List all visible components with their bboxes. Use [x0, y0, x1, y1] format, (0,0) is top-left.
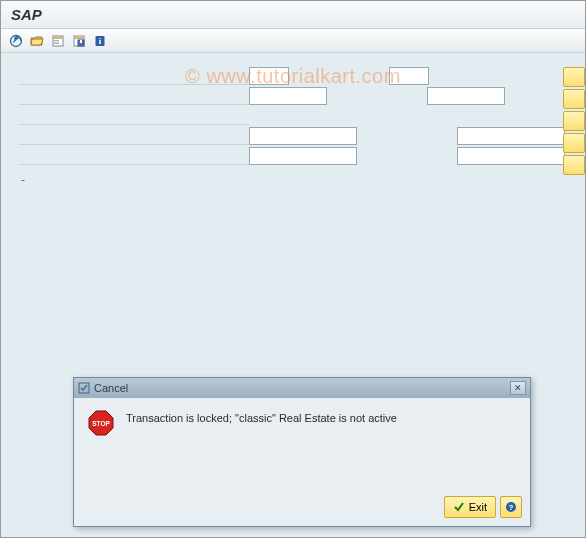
stop-icon: STOP: [88, 410, 114, 436]
svg-rect-8: [80, 40, 82, 43]
form-label: [19, 68, 249, 85]
form-label: [19, 108, 249, 125]
dialog-title-icon: [78, 382, 90, 394]
field-input[interactable]: [249, 87, 327, 105]
save-variant-icon[interactable]: [70, 32, 88, 50]
form-label: [19, 128, 249, 145]
app-title: SAP: [11, 6, 42, 23]
svg-rect-2: [54, 37, 62, 39]
folder-open-icon[interactable]: [28, 32, 46, 50]
field-input[interactable]: [249, 147, 357, 165]
multiple-selection-buttons: [563, 67, 585, 175]
form-label: [19, 88, 249, 105]
help-button[interactable]: ?: [500, 496, 522, 518]
form-row: [19, 67, 567, 85]
exit-button[interactable]: Exit: [444, 496, 496, 518]
selection-screen: -: [19, 67, 567, 187]
cancel-dialog: Cancel ✕ STOP Transaction is locked; "cl…: [73, 377, 531, 527]
check-icon: [453, 501, 465, 513]
svg-text:STOP: STOP: [92, 420, 110, 427]
form-row: [19, 147, 567, 165]
form-row: [19, 87, 567, 105]
form-row: [19, 107, 567, 125]
dialog-button-bar: Exit ?: [444, 496, 522, 518]
svg-text:?: ?: [509, 503, 514, 512]
multiple-selection-button[interactable]: [563, 155, 585, 175]
close-icon[interactable]: ✕: [510, 381, 526, 395]
field-input-to[interactable]: [457, 147, 565, 165]
collapse-indicator[interactable]: -: [19, 173, 567, 187]
multiple-selection-button[interactable]: [563, 67, 585, 87]
svg-rect-6: [75, 37, 83, 39]
field-input-to[interactable]: [389, 67, 429, 85]
multiple-selection-button[interactable]: [563, 111, 585, 131]
help-icon: ?: [505, 501, 517, 513]
field-input-to[interactable]: [427, 87, 505, 105]
form-row: [19, 127, 567, 145]
field-input[interactable]: [249, 127, 357, 145]
info-icon[interactable]: i: [91, 32, 109, 50]
multiple-selection-button[interactable]: [563, 133, 585, 153]
svg-rect-3: [54, 40, 59, 42]
form-label: [19, 148, 249, 165]
dialog-message: Transaction is locked; "classic" Real Es…: [126, 410, 397, 436]
svg-rect-4: [54, 42, 59, 44]
dialog-titlebar: Cancel ✕: [74, 378, 530, 398]
dialog-body: STOP Transaction is locked; "classic" Re…: [74, 398, 530, 448]
field-input-to[interactable]: [457, 127, 565, 145]
toolbar: i: [1, 29, 585, 53]
dialog-title: Cancel: [94, 382, 128, 394]
sap-window: SAP i © www.tutorialkart.com: [0, 0, 586, 538]
variant-icon[interactable]: [49, 32, 67, 50]
multiple-selection-button[interactable]: [563, 89, 585, 109]
titlebar: SAP: [1, 1, 585, 29]
execute-icon[interactable]: [7, 32, 25, 50]
field-input[interactable]: [249, 67, 289, 85]
exit-button-label: Exit: [469, 501, 487, 513]
